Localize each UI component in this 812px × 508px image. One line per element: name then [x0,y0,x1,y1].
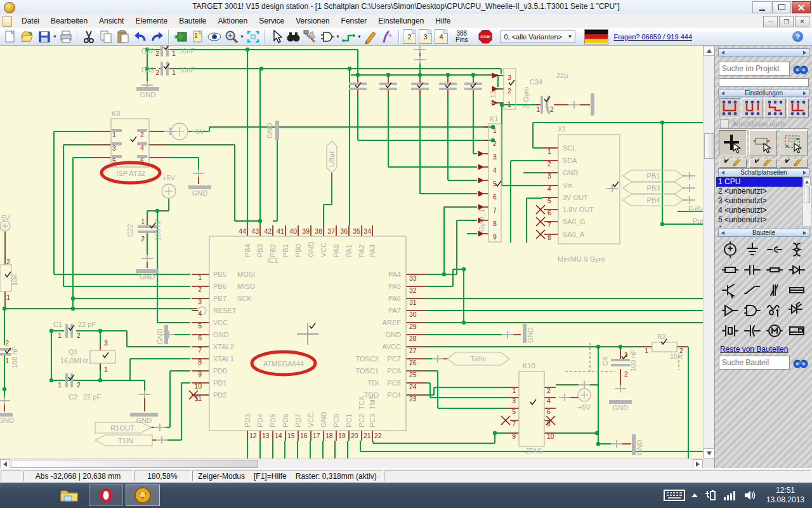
stop-button[interactable]: STOP [478,29,493,44]
menu-item-datei[interactable]: Datei [16,15,45,27]
part-button-inductor[interactable] [785,239,808,260]
search-project-input[interactable] [719,62,790,76]
close-button[interactable] [792,1,811,13]
maximize-button[interactable] [772,1,791,13]
part-button-connector[interactable] [763,239,785,260]
section-header-parts[interactable]: Bauteile [718,229,809,237]
k10-jtag-connector[interactable] [519,371,544,446]
toolbar-page-button-4[interactable]: 4 [435,29,448,44]
speaker-icon[interactable] [743,490,756,501]
network-signal-icon[interactable] [723,490,737,501]
toolbar-button-new-file[interactable] [1,29,18,44]
menu-item-service[interactable]: Service [253,15,290,27]
r2-resistor[interactable] [652,342,677,352]
page-list-item-6[interactable]: 6 <unbenutzt> [716,225,802,227]
part-button-logic-gate[interactable] [741,300,763,321]
search-part-binoculars-icon[interactable] [792,355,809,369]
taskbar-target3001-button[interactable] [126,485,160,506]
toolbar-button-page-1[interactable]: 1 [188,29,206,44]
toolbar-button-search-binoculars[interactable] [284,29,301,44]
part-button-resistor-filled[interactable] [763,260,785,280]
menu-item-bearbeiten[interactable]: Bearbeiten [45,15,93,27]
sidebar-collapse-bar[interactable] [718,48,809,57]
toolbar-button-fit-screen[interactable] [244,29,261,44]
variant-dropdown[interactable]: 0, <alle Varianten>▼ [501,30,575,43]
toolbar-page-button-3[interactable]: 3 [419,29,432,44]
hotline-link[interactable]: Fragen? 06659 / 919 444 [613,33,692,41]
part-button-switch[interactable] [741,280,763,300]
part-button-resistor[interactable] [719,260,741,280]
crosshair-tool-button[interactable] [719,130,747,156]
taskbar-clock[interactable]: 12:51 13.08.2013 [766,486,804,505]
taskbar-file-explorer-button[interactable] [52,485,86,506]
part-button-transistor[interactable] [719,280,741,300]
menu-item-bauteile[interactable]: Bauteile [173,15,212,27]
menu-item-hilfe[interactable]: Hilfe [429,15,456,27]
german-flag-icon[interactable] [584,29,608,44]
toolbar-button-paste[interactable] [114,29,131,44]
dropdown-arrow-logic-gate[interactable]: ▼ [336,29,340,44]
menu-item-einstellungen[interactable]: Einstellungen [372,15,429,27]
wire-mode-button-4[interactable] [787,98,809,117]
mdi-minimize-button[interactable]: ─ [763,16,778,27]
part-button-motor[interactable] [763,321,785,341]
schematic-canvas[interactable]: 1PB5MOSI2PB6MISO3PB7SCK4RESET5VCC6GND7XT… [0,46,703,458]
menu-item-aktionen[interactable]: Aktionen [213,15,254,27]
section-header-settings[interactable]: Einstellungen [718,89,809,97]
part-button-crystal[interactable] [719,321,741,341]
pages-list-scrollbar[interactable] [802,177,811,227]
toolbar-button-print[interactable] [57,29,74,44]
page-list-item-3[interactable]: 3 <unbenutzt> [716,196,802,206]
part-button-voltage-source[interactable] [719,239,741,260]
connections-checkbox[interactable]: Anschlüsse auch [720,119,785,128]
menu-item-ansicht[interactable]: Ansicht [93,15,129,27]
part-button-diode[interactable] [785,260,808,280]
menu-item-versionen[interactable]: Versionen [290,15,335,27]
toolbar-button-save[interactable] [36,29,53,44]
q1-crystal[interactable] [90,351,115,363]
toolbar-button-pcb-view[interactable] [171,29,188,44]
toolbar-button-undo[interactable] [131,29,148,44]
taskbar-opera-button[interactable] [89,485,123,506]
toolbar-button-cut[interactable] [80,29,97,44]
toolbar-button-pointer[interactable] [267,29,284,44]
wire-mode-button-2[interactable] [742,98,763,117]
horizontal-scrollbar[interactable] [0,458,703,469]
toolbar-button-zoom[interactable] [223,29,240,44]
pages-list[interactable]: 1 CPU2 <unbenutzt>3 <unbenutzt>4 <unbenu… [716,177,802,227]
toolbar-button-magic-wand[interactable] [379,29,396,44]
wire-mode-button-1[interactable] [719,98,740,117]
part-button-buffer[interactable] [719,300,741,321]
toolbar-button-pen[interactable] [362,29,379,44]
toolbar-button-eye[interactable] [206,29,223,44]
part-button-capacitor[interactable] [741,260,763,280]
component-tool-button[interactable] [749,130,777,156]
edit-tool-button-1[interactable] [719,159,747,168]
toolbar-page-button-2[interactable]: 2 [403,29,416,44]
dropdown-arrow-wire[interactable]: ▼ [357,29,362,44]
edit-tool-button-2[interactable] [749,159,777,168]
help-button[interactable]: ? [792,31,803,42]
toolbar-button-logic-gate[interactable] [318,29,336,44]
part-button-ground[interactable] [741,239,763,260]
keyboard-icon[interactable] [664,489,685,502]
menu-item-fenster[interactable]: Fenster [336,15,373,27]
menu-item-elemente[interactable]: Elemente [129,15,173,27]
part-button-signal-01[interactable] [763,300,785,321]
dropdown-arrow-save[interactable]: ▼ [53,29,57,44]
page-list-item-1[interactable]: 1 CPU [716,177,802,187]
minimize-button[interactable] [752,1,771,13]
mdi-restore-button[interactable]: ❐ [779,16,794,27]
page-list-item-2[interactable]: 2 <unbenutzt> [716,187,802,196]
project-filter-input[interactable] [719,78,809,87]
part-button-led[interactable] [785,300,808,321]
search-part-input[interactable] [719,356,790,370]
toolbar-button-redo[interactable] [148,29,166,44]
section-header-pages[interactable]: Schaltplanseiten [718,168,809,177]
edit-tool-button-3[interactable] [780,159,808,168]
mdi-close-button[interactable]: ✕ [795,16,809,27]
wire-mode-button-3[interactable] [764,98,786,117]
rest-of-parts-link[interactable]: Reste von Bauteilen [720,345,788,354]
toolbar-button-tools[interactable] [301,29,318,44]
part-button-fuse[interactable] [785,280,808,300]
